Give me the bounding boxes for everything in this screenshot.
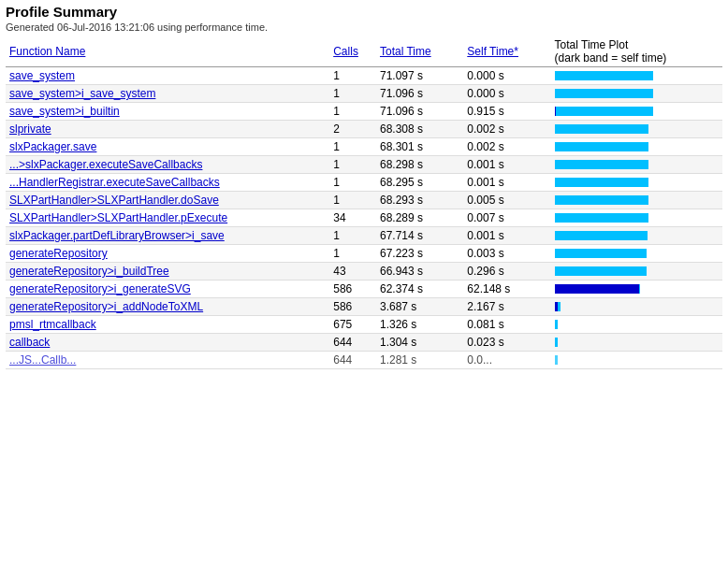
- function-name-cell: slprivate: [6, 121, 329, 138]
- function-name-link[interactable]: slxPackager.save: [9, 140, 96, 153]
- bar-container: [555, 159, 719, 170]
- bar-total: [555, 195, 648, 205]
- calls-cell: 644: [329, 334, 376, 352]
- plot-cell: [551, 67, 722, 85]
- calls-cell: 1: [329, 156, 376, 174]
- function-name-link[interactable]: slxPackager.partDefLibraryBrowser>i_save: [9, 229, 225, 242]
- bar-total: [555, 266, 647, 276]
- function-name-cell: slxPackager.save: [6, 138, 329, 156]
- calls-cell: 1: [329, 227, 376, 245]
- total-time-cell: 68.293 s: [376, 192, 463, 209]
- self-time-sort-link[interactable]: Self Time*: [467, 45, 518, 58]
- bar-container: [555, 230, 719, 241]
- function-name-link[interactable]: pmsl_rtmcallback: [9, 318, 96, 331]
- total-time-cell: 68.289 s: [376, 209, 463, 227]
- col-header-self-time[interactable]: Self Time*: [463, 36, 550, 67]
- total-time-cell: 71.096 s: [376, 103, 463, 121]
- bar-total: [555, 142, 648, 151]
- function-name-cell: ...HandlerRegistrar.executeSaveCallbacks: [6, 174, 329, 192]
- function-name-cell: save_system>i_builtin: [6, 103, 329, 121]
- bar-container: [555, 177, 719, 188]
- function-name-link[interactable]: save_system>i_builtin: [9, 105, 120, 118]
- total-time-cell: 1.304 s: [376, 334, 463, 352]
- bar-total: [555, 249, 647, 258]
- self-time-cell: 0.002 s: [463, 121, 550, 138]
- col-header-calls[interactable]: Calls: [329, 36, 376, 67]
- col-header-total-time[interactable]: Total Time: [376, 36, 463, 67]
- plot-cell: [551, 298, 722, 316]
- table-row: generateRepository>i_addNodeToXML5863.68…: [6, 298, 722, 316]
- total-time-cell: 68.295 s: [376, 174, 463, 192]
- function-name-link[interactable]: save_system>i_save_system: [9, 87, 155, 100]
- table-row: slprivate268.308 s0.002 s: [6, 121, 722, 138]
- function-name-cell: ...>slxPackager.executeSaveCallbacks: [6, 156, 329, 174]
- table-row: SLXPartHandler>SLXPartHandler.doSave168.…: [6, 192, 722, 209]
- self-time-cell: 0.001 s: [463, 174, 550, 192]
- function-name-link[interactable]: SLXPartHandler>SLXPartHandler.pExecute: [9, 211, 227, 224]
- bar-container: [555, 212, 719, 223]
- bar-self: [555, 107, 556, 116]
- page-title: Profile Summary: [6, 4, 722, 20]
- bar-self: [555, 284, 639, 294]
- total-time-cell: 62.374 s: [376, 280, 463, 298]
- self-time-cell: 0.023 s: [463, 334, 550, 352]
- bar-container: [555, 319, 719, 330]
- table-row: generateRepository>i_generateSVG58662.37…: [6, 280, 722, 298]
- total-time-cell: 71.097 s: [376, 67, 463, 85]
- function-name-link[interactable]: ...HandlerRegistrar.executeSaveCallbacks: [9, 176, 220, 189]
- calls-cell: 1: [329, 103, 376, 121]
- function-name-link[interactable]: generateRepository>i_generateSVG: [9, 282, 191, 295]
- function-name-link[interactable]: ...JS...Callb...: [9, 353, 76, 367]
- total-time-sort-link[interactable]: Total Time: [380, 45, 431, 58]
- bar-small: [555, 355, 558, 365]
- bar-container: [555, 106, 719, 117]
- bar-container: [555, 301, 719, 312]
- col-header-function[interactable]: Function Name: [6, 36, 329, 67]
- table-row: save_system>i_save_system171.096 s0.000 …: [6, 85, 722, 103]
- table-header-row: Function Name Calls Total Time Self Time…: [6, 36, 722, 67]
- self-time-cell: 0.081 s: [463, 316, 550, 334]
- self-time-cell: 0.002 s: [463, 138, 550, 156]
- table-row: pmsl_rtmcallback6751.326 s0.081 s: [6, 316, 722, 334]
- function-name-link[interactable]: slprivate: [9, 122, 51, 136]
- bar-total: [555, 71, 653, 80]
- function-name-cell: generateRepository: [6, 245, 329, 263]
- table-row: ...HandlerRegistrar.executeSaveCallbacks…: [6, 174, 722, 192]
- page-subtitle: Generated 06-Jul-2016 13:21:06 using per…: [6, 22, 722, 33]
- bar-container: [555, 141, 719, 152]
- total-time-cell: 66.943 s: [376, 263, 463, 280]
- profile-table: Function Name Calls Total Time Self Time…: [6, 36, 722, 369]
- function-name-link[interactable]: generateRepository>i_buildTree: [9, 265, 169, 278]
- bar-small: [555, 320, 558, 329]
- table-row: callback6441.304 s0.023 s: [6, 334, 722, 352]
- calls-cell: 1: [329, 85, 376, 103]
- plot-cell: [551, 227, 722, 245]
- calls-cell: 1: [329, 138, 376, 156]
- function-name-link[interactable]: ...>slxPackager.executeSaveCallbacks: [9, 158, 202, 171]
- calls-cell: 586: [329, 280, 376, 298]
- function-name-cell: SLXPartHandler>SLXPartHandler.doSave: [6, 192, 329, 209]
- function-name-link[interactable]: generateRepository>i_addNodeToXML: [9, 300, 203, 313]
- plot-cell: [551, 103, 722, 121]
- table-row: save_system171.097 s0.000 s: [6, 67, 722, 85]
- function-name-sort-link[interactable]: Function Name: [9, 45, 85, 58]
- plot-header-line1: Total Time Plot: [555, 38, 629, 51]
- calls-cell: 586: [329, 298, 376, 316]
- self-time-cell: 2.167 s: [463, 298, 550, 316]
- calls-sort-link[interactable]: Calls: [333, 45, 358, 58]
- self-time-cell: 0.005 s: [463, 192, 550, 209]
- function-name-link[interactable]: SLXPartHandler>SLXPartHandler.doSave: [9, 194, 219, 207]
- table-row: ...>slxPackager.executeSaveCallbacks168.…: [6, 156, 722, 174]
- plot-cell: [551, 316, 722, 334]
- plot-cell: [551, 280, 722, 298]
- function-name-cell: SLXPartHandler>SLXPartHandler.pExecute: [6, 209, 329, 227]
- total-time-cell: 1.281 s: [376, 352, 463, 369]
- plot-cell: [551, 192, 722, 209]
- self-time-cell: 0.915 s: [463, 103, 550, 121]
- function-name-cell: pmsl_rtmcallback: [6, 316, 329, 334]
- profile-summary-container: Profile Summary Generated 06-Jul-2016 13…: [0, 0, 728, 373]
- function-name-link[interactable]: generateRepository: [9, 247, 108, 260]
- table-row: slxPackager.save168.301 s0.002 s: [6, 138, 722, 156]
- function-name-link[interactable]: save_system: [9, 69, 75, 82]
- function-name-link[interactable]: callback: [9, 336, 50, 349]
